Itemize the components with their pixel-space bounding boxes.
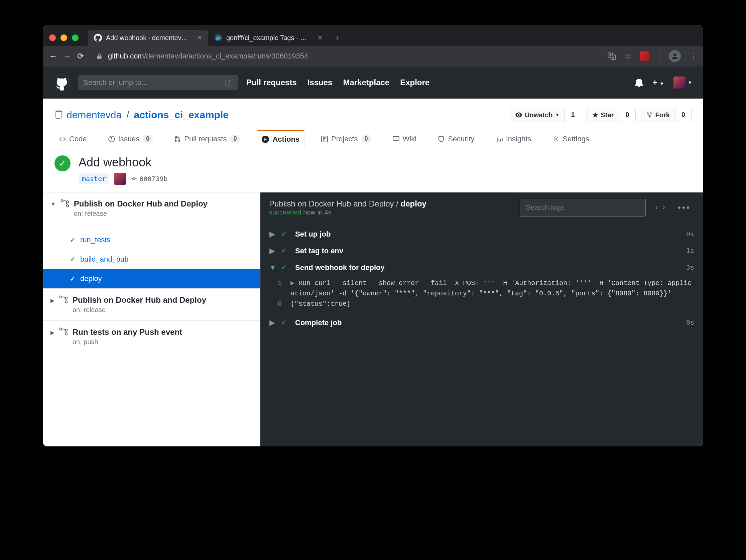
repo-owner-link[interactable]: dementevda <box>66 109 122 121</box>
nav-explore[interactable]: Explore <box>400 78 429 87</box>
commit-sha[interactable]: 000739b <box>131 175 168 183</box>
check-icon: ✓ <box>281 263 289 271</box>
search-input[interactable]: Search or jump to... / <box>78 75 238 90</box>
caret-right-icon: ▶ <box>269 246 275 255</box>
svg-point-11 <box>66 205 69 207</box>
fork-button[interactable]: Fork 0 <box>641 108 691 122</box>
profile-button[interactable] <box>669 50 681 62</box>
run-title: Add webhook <box>79 155 168 169</box>
close-window-button[interactable] <box>49 34 56 41</box>
reload-button[interactable]: ⟳ <box>77 52 84 61</box>
add-menu[interactable]: + ▼ <box>653 78 664 87</box>
workflow-icon <box>59 295 68 304</box>
workflow-icon <box>59 327 68 336</box>
tab-actions[interactable]: Actions <box>257 130 305 148</box>
tab-pull-requests[interactable]: Pull requests 0 <box>169 130 245 148</box>
svg-point-12 <box>60 296 62 298</box>
docker-favicon <box>214 34 222 42</box>
repo-icon <box>55 111 63 119</box>
check-icon: ✓ <box>281 318 289 326</box>
nav-pull-requests[interactable]: Pull requests <box>246 78 297 87</box>
log-step[interactable]: ▶ ✓ Set tag to env 1s <box>260 243 703 259</box>
user-menu[interactable]: ▼ <box>673 77 692 89</box>
repo-header: dementevda / actions_ci_example Unwatch … <box>43 98 703 122</box>
tab-wiki[interactable]: Wiki <box>388 130 422 148</box>
svg-point-3 <box>673 54 676 56</box>
lock-icon <box>96 53 103 59</box>
close-tab-icon[interactable]: ✕ <box>197 34 202 41</box>
minimize-window-button[interactable] <box>60 34 67 41</box>
check-icon: ✓ <box>70 255 76 263</box>
caret-down-icon: ▼ <box>269 263 275 272</box>
traffic-lights <box>49 34 79 41</box>
run-header: ✓ Add webhook master 000739b <box>43 148 703 193</box>
workflow-group-2[interactable]: ▶ Publish on Docker Hub and Deploy on: r… <box>43 289 260 320</box>
tab-issues[interactable]: Issues 0 <box>104 130 158 148</box>
repo-name-link[interactable]: actions_ci_example <box>134 109 229 121</box>
svg-point-8 <box>133 178 135 180</box>
log-output: 1 ▶ Run curl --silent --show-error --fai… <box>260 276 703 315</box>
log-status: succeeded now in 4s <box>269 208 427 216</box>
check-icon: ✓ <box>281 246 289 255</box>
github-logo[interactable] <box>54 75 70 91</box>
log-step-expanded[interactable]: ▼ ✓ Send webhook for deploy 3s <box>260 259 703 276</box>
log-breadcrumb: Publish on Docker Hub and Deploy / deplo… <box>269 199 427 208</box>
tab-insights[interactable]: Insights <box>491 130 536 148</box>
tab-projects[interactable]: Projects 0 <box>317 130 376 148</box>
browser-tab-1[interactable]: Add webhook · dementevda/acti ✕ <box>88 30 208 46</box>
workflow-sidebar: ▼ Publish on Docker Hub and Deploy on: r… <box>43 193 260 446</box>
workflow-icon <box>60 199 69 208</box>
forward-button[interactable]: → <box>63 52 71 61</box>
github-favicon <box>94 34 102 42</box>
log-panel: Publish on Docker Hub and Deploy / deplo… <box>260 193 703 446</box>
workflow-group-3[interactable]: ▶ Run tests on any Push event on: push <box>43 321 260 353</box>
nav-issues[interactable]: Issues <box>308 78 333 87</box>
tab-title: Add webhook · dementevda/acti <box>106 34 191 42</box>
tab-settings[interactable]: Settings <box>548 130 594 148</box>
star-icon[interactable]: ☆ <box>625 52 631 60</box>
check-icon: ✓ <box>281 230 289 238</box>
extension-icon[interactable] <box>640 52 650 61</box>
star-button[interactable]: ★ Star 0 <box>586 108 636 122</box>
url-bar: ← → ⟳ github.com/dementevda/actions_ci_e… <box>43 46 703 66</box>
svg-point-7 <box>555 138 557 140</box>
github-header: Search or jump to... / Pull requests Iss… <box>43 66 703 98</box>
chrome-menu-button[interactable]: ⋮ <box>690 52 697 60</box>
nav-marketplace[interactable]: Marketplace <box>343 78 390 87</box>
job-deploy[interactable]: ✓ deploy <box>43 269 260 288</box>
tab-code[interactable]: Code <box>55 130 92 148</box>
job-run-tests[interactable]: ✓ run_tests <box>43 230 260 249</box>
new-tab-button[interactable]: + <box>328 33 346 43</box>
caret-right-icon[interactable]: ▶ <box>51 295 55 304</box>
tab-security[interactable]: Security <box>433 130 479 148</box>
notifications-icon[interactable] <box>635 78 643 87</box>
svg-point-15 <box>60 328 62 330</box>
browser-window: Add webhook · dementevda/acti ✕ gonfff/c… <box>43 25 703 446</box>
log-search-input[interactable] <box>519 199 646 216</box>
prev-button[interactable]: ‹ <box>655 203 658 212</box>
address-field[interactable]: github.com/dementevda/actions_ci_example… <box>90 50 601 62</box>
svg-point-17 <box>65 333 67 335</box>
back-button[interactable]: ← <box>49 52 57 61</box>
job-build-and-pub[interactable]: ✓ build_and_pub <box>43 249 260 269</box>
next-button[interactable]: › <box>662 203 665 212</box>
check-icon: ✓ <box>70 236 76 244</box>
repo-tabs: Code Issues 0 Pull requests 0 Actions Pr… <box>43 122 703 148</box>
log-step[interactable]: ▶ ✓ Complete job 0s <box>260 315 703 331</box>
close-tab-icon[interactable]: ✕ <box>317 34 322 41</box>
branch-badge[interactable]: master <box>79 173 109 184</box>
unwatch-button[interactable]: Unwatch ▼ 1 <box>510 108 581 122</box>
log-menu-button[interactable]: ••• <box>675 203 694 213</box>
caret-down-icon[interactable]: ▼ <box>51 199 56 207</box>
translate-icon[interactable] <box>607 52 616 60</box>
avatar <box>673 77 686 89</box>
slash-hint: / <box>225 79 233 87</box>
avatar[interactable] <box>114 173 126 185</box>
workflow-group-1[interactable]: ▼ Publish on Docker Hub and Deploy on: r… <box>43 193 260 224</box>
caret-right-icon[interactable]: ▶ <box>51 327 55 336</box>
tab-title: gonfff/ci_example Tags - Docker <box>226 34 311 42</box>
maximize-window-button[interactable] <box>72 34 79 41</box>
success-badge-icon: ✓ <box>55 155 70 171</box>
browser-tab-2[interactable]: gonfff/ci_example Tags - Docker ✕ <box>208 30 328 46</box>
log-step[interactable]: ▶ ✓ Set up job 0s <box>260 226 703 243</box>
